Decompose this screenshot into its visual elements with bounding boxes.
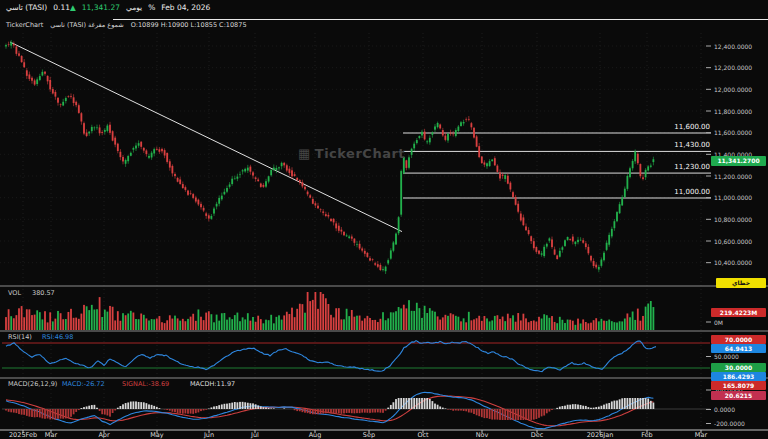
macd-histogram-bar (47, 409, 49, 418)
macd-histogram-bar (356, 409, 358, 413)
candle-body (78, 105, 80, 113)
volume-bar (309, 301, 311, 330)
macd-histogram-bar (439, 406, 441, 409)
candle-body (120, 152, 122, 157)
volume-bar (242, 317, 244, 330)
volume-bar (5, 317, 7, 330)
macd-histogram-bar (330, 409, 332, 413)
volume-bar (101, 317, 103, 330)
macdh-value-label: MACDH:11.97 (190, 380, 235, 388)
volume-bar (192, 314, 194, 330)
volume-bar (408, 300, 410, 330)
volume-bar (559, 317, 561, 330)
candle-body (315, 203, 317, 205)
macd-histogram-bar (361, 409, 363, 413)
candle-body (546, 244, 548, 247)
macd-histogram-bar (322, 409, 324, 414)
candle-body (231, 179, 233, 184)
macd-histogram-bar (634, 398, 636, 409)
candle-body (525, 226, 527, 230)
macd-panel-label: MACD(26,12,9) (8, 380, 57, 388)
volume-bar (218, 321, 220, 330)
volume-bar (10, 316, 12, 330)
macd-histogram-bar (608, 403, 610, 409)
volume-bar (291, 308, 293, 330)
volume-bar (109, 306, 111, 330)
volume-bar (426, 313, 428, 330)
volume-bar (122, 313, 124, 330)
volume-bar (221, 313, 223, 330)
macd-histogram-bar (520, 409, 522, 420)
candle-body (341, 230, 343, 232)
volume-bar (364, 318, 366, 330)
candle-body (398, 217, 400, 233)
candle-body (21, 56, 23, 62)
volume-bar (385, 320, 387, 330)
volume-bar (463, 318, 465, 330)
volume-bar (629, 317, 631, 330)
macd-histogram-bar (463, 409, 465, 411)
macd-histogram-bar (390, 405, 392, 409)
macd-histogram-bar (647, 398, 649, 409)
volume-bar (260, 319, 262, 330)
candle-body (400, 171, 402, 215)
candle-body (465, 119, 467, 120)
volume-bar (231, 319, 233, 330)
candle-body (216, 204, 218, 207)
level-price-label: 11,000.00 (600, 188, 710, 196)
candle-body (510, 183, 512, 190)
chart-subheader: TickerChartتاسي (TASI) شموع مفرغةO:10899… (6, 21, 254, 29)
candle-body (130, 153, 132, 156)
candle-body (543, 247, 545, 256)
volume-bar (252, 317, 254, 330)
macd-histogram-bar (270, 408, 272, 409)
volume-bar (616, 323, 618, 330)
candle-body (65, 98, 67, 101)
volume-bar (23, 317, 25, 330)
volume-bar (510, 318, 512, 330)
macd-histogram-bar (312, 409, 314, 414)
volume-bar (244, 319, 246, 330)
macd-histogram-bar (530, 409, 532, 420)
volume-bar (247, 313, 249, 330)
candle-body (390, 250, 392, 258)
volume-bar (166, 320, 168, 330)
macd-histogram-bar (364, 409, 366, 413)
macd-histogram-bar (398, 398, 400, 409)
macd-histogram-bar (107, 409, 109, 415)
volume-bar (31, 315, 33, 330)
candle-body (325, 214, 327, 216)
candle-body (478, 146, 480, 157)
volume-bar (156, 319, 158, 330)
candle-body (283, 163, 285, 165)
volume-bar (432, 311, 434, 330)
macd-histogram-bar (624, 398, 626, 409)
volume-bar (359, 316, 361, 330)
my-lines-badge[interactable]: خطاي (716, 278, 766, 288)
macd-histogram-bar (81, 408, 83, 409)
macd-histogram-bar (205, 409, 207, 410)
macd-histogram-bar (109, 409, 111, 417)
macd-histogram-bar (237, 402, 239, 409)
macd-histogram-bar (585, 406, 587, 409)
header-divider (113, 19, 768, 20)
volume-bar (403, 305, 405, 330)
volume-bar (112, 307, 114, 330)
macd-histogram-bar (242, 402, 244, 409)
candle-body (489, 161, 491, 166)
macd-histogram-bar (606, 404, 608, 409)
candle-body (530, 236, 532, 241)
macd-histogram-bar (99, 409, 101, 411)
candle-body (437, 123, 439, 127)
volume-bar (608, 320, 610, 330)
volume-bar (49, 312, 51, 330)
chart-canvas[interactable] (0, 0, 768, 439)
candle-body (523, 217, 525, 225)
macd-histogram-bar (112, 409, 114, 413)
volume-bar (268, 320, 270, 330)
time-axis[interactable] (0, 430, 706, 439)
macd-histogram-bar (546, 409, 548, 413)
candle-body (151, 153, 153, 158)
volume-bar (42, 319, 44, 330)
macd-histogram-bar (452, 409, 454, 411)
